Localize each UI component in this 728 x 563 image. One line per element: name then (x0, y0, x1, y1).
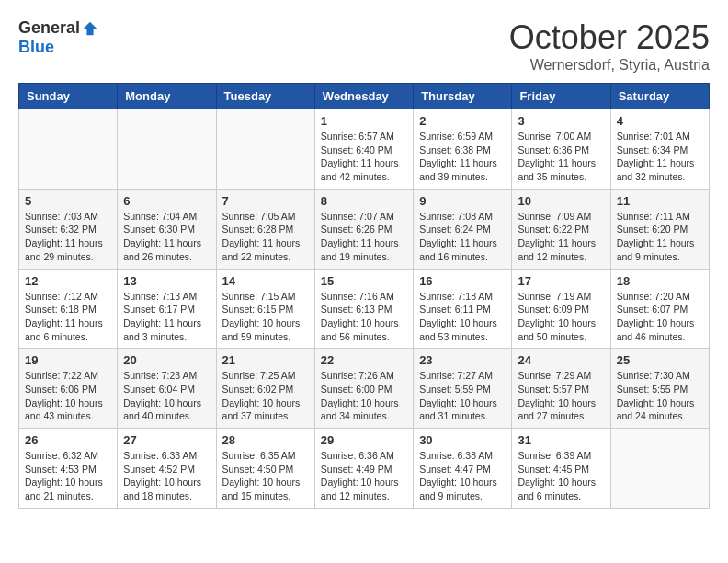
day-number: 6 (123, 194, 210, 208)
calendar-cell: 16Sunrise: 7:18 AM Sunset: 6:11 PM Dayli… (414, 269, 512, 349)
day-info: Sunrise: 6:39 AM Sunset: 4:45 PM Dayligh… (518, 449, 604, 503)
day-number: 13 (123, 274, 210, 288)
day-number: 14 (222, 274, 309, 288)
day-info: Sunrise: 7:07 AM Sunset: 6:26 PM Dayligh… (321, 210, 407, 264)
day-info: Sunrise: 7:12 AM Sunset: 6:18 PM Dayligh… (25, 290, 111, 344)
calendar-cell: 3Sunrise: 7:00 AM Sunset: 6:36 PM Daylig… (512, 109, 610, 190)
day-number: 19 (25, 353, 111, 367)
location-subtitle: Wernersdorf, Styria, Austria (509, 57, 710, 74)
day-number: 22 (321, 353, 407, 367)
day-number: 23 (419, 353, 506, 367)
day-number: 16 (419, 274, 506, 288)
day-number: 10 (518, 194, 604, 208)
calendar-cell: 27Sunrise: 6:33 AM Sunset: 4:52 PM Dayli… (118, 429, 216, 509)
day-info: Sunrise: 6:38 AM Sunset: 4:47 PM Dayligh… (419, 449, 506, 503)
calendar-week-row: 5Sunrise: 7:03 AM Sunset: 6:32 PM Daylig… (19, 189, 710, 269)
day-number: 24 (518, 353, 604, 367)
day-info: Sunrise: 6:59 AM Sunset: 6:38 PM Dayligh… (419, 130, 506, 184)
calendar-cell: 17Sunrise: 7:19 AM Sunset: 6:09 PM Dayli… (512, 269, 610, 349)
calendar-cell: 4Sunrise: 7:01 AM Sunset: 6:34 PM Daylig… (610, 109, 709, 190)
calendar-week-row: 19Sunrise: 7:22 AM Sunset: 6:06 PM Dayli… (19, 349, 710, 429)
day-info: Sunrise: 6:57 AM Sunset: 6:40 PM Dayligh… (321, 130, 407, 184)
day-info: Sunrise: 6:32 AM Sunset: 4:53 PM Dayligh… (25, 449, 111, 503)
day-number: 27 (123, 433, 210, 447)
calendar-cell (118, 109, 216, 190)
day-number: 31 (518, 433, 604, 447)
day-number: 26 (25, 433, 111, 447)
calendar-cell: 14Sunrise: 7:15 AM Sunset: 6:15 PM Dayli… (216, 269, 314, 349)
day-info: Sunrise: 7:27 AM Sunset: 5:59 PM Dayligh… (419, 369, 506, 423)
calendar-table: SundayMondayTuesdayWednesdayThursdayFrid… (18, 83, 710, 509)
weekday-header-friday: Friday (512, 84, 610, 109)
day-info: Sunrise: 7:23 AM Sunset: 6:04 PM Dayligh… (123, 369, 210, 423)
weekday-header-wednesday: Wednesday (314, 84, 413, 109)
calendar-header-row: SundayMondayTuesdayWednesdayThursdayFrid… (19, 84, 710, 109)
day-number: 21 (222, 353, 309, 367)
calendar-cell: 11Sunrise: 7:11 AM Sunset: 6:20 PM Dayli… (610, 189, 709, 269)
day-number: 30 (419, 433, 506, 447)
calendar-week-row: 12Sunrise: 7:12 AM Sunset: 6:18 PM Dayli… (19, 269, 710, 349)
calendar-cell (610, 429, 709, 509)
weekday-header-thursday: Thursday (414, 84, 512, 109)
day-number: 5 (25, 194, 111, 208)
calendar-cell: 23Sunrise: 7:27 AM Sunset: 5:59 PM Dayli… (414, 349, 512, 429)
calendar-cell: 24Sunrise: 7:29 AM Sunset: 5:57 PM Dayli… (512, 349, 610, 429)
day-info: Sunrise: 7:08 AM Sunset: 6:24 PM Dayligh… (419, 210, 506, 264)
weekday-header-monday: Monday (118, 84, 216, 109)
calendar-cell: 7Sunrise: 7:05 AM Sunset: 6:28 PM Daylig… (216, 189, 314, 269)
day-number: 7 (222, 194, 309, 208)
day-info: Sunrise: 7:29 AM Sunset: 5:57 PM Dayligh… (518, 369, 604, 423)
day-info: Sunrise: 7:20 AM Sunset: 6:07 PM Dayligh… (617, 290, 703, 344)
day-info: Sunrise: 7:13 AM Sunset: 6:17 PM Dayligh… (123, 290, 210, 344)
day-info: Sunrise: 7:26 AM Sunset: 6:00 PM Dayligh… (321, 369, 407, 423)
day-info: Sunrise: 7:01 AM Sunset: 6:34 PM Dayligh… (617, 130, 703, 184)
calendar-cell: 30Sunrise: 6:38 AM Sunset: 4:47 PM Dayli… (414, 429, 512, 509)
day-info: Sunrise: 7:00 AM Sunset: 6:36 PM Dayligh… (518, 130, 604, 184)
logo-icon (82, 20, 98, 37)
calendar-cell: 9Sunrise: 7:08 AM Sunset: 6:24 PM Daylig… (414, 189, 512, 269)
calendar-cell: 25Sunrise: 7:30 AM Sunset: 5:55 PM Dayli… (610, 349, 709, 429)
day-number: 3 (518, 114, 604, 128)
day-info: Sunrise: 7:25 AM Sunset: 6:02 PM Dayligh… (222, 369, 309, 423)
day-info: Sunrise: 7:11 AM Sunset: 6:20 PM Dayligh… (617, 210, 703, 264)
day-number: 8 (321, 194, 407, 208)
calendar-cell: 28Sunrise: 6:35 AM Sunset: 4:50 PM Dayli… (216, 429, 314, 509)
calendar-week-row: 1Sunrise: 6:57 AM Sunset: 6:40 PM Daylig… (19, 109, 710, 190)
day-info: Sunrise: 7:19 AM Sunset: 6:09 PM Dayligh… (518, 290, 604, 344)
day-info: Sunrise: 7:16 AM Sunset: 6:13 PM Dayligh… (321, 290, 407, 344)
calendar-cell: 12Sunrise: 7:12 AM Sunset: 6:18 PM Dayli… (19, 269, 118, 349)
calendar-cell: 15Sunrise: 7:16 AM Sunset: 6:13 PM Dayli… (314, 269, 413, 349)
day-info: Sunrise: 6:33 AM Sunset: 4:52 PM Dayligh… (123, 449, 210, 503)
day-info: Sunrise: 6:36 AM Sunset: 4:49 PM Dayligh… (321, 449, 407, 503)
day-info: Sunrise: 7:30 AM Sunset: 5:55 PM Dayligh… (617, 369, 703, 423)
calendar-cell (19, 109, 118, 190)
day-info: Sunrise: 7:09 AM Sunset: 6:22 PM Dayligh… (518, 210, 604, 264)
logo: General Blue (18, 18, 98, 57)
day-number: 11 (617, 194, 703, 208)
day-info: Sunrise: 6:35 AM Sunset: 4:50 PM Dayligh… (222, 449, 309, 503)
day-number: 4 (617, 114, 703, 128)
calendar-cell: 2Sunrise: 6:59 AM Sunset: 6:38 PM Daylig… (414, 109, 512, 190)
calendar-cell: 21Sunrise: 7:25 AM Sunset: 6:02 PM Dayli… (216, 349, 314, 429)
logo-blue-text: Blue (18, 38, 54, 57)
day-number: 28 (222, 433, 309, 447)
day-number: 15 (321, 274, 407, 288)
calendar-cell: 22Sunrise: 7:26 AM Sunset: 6:00 PM Dayli… (314, 349, 413, 429)
calendar-week-row: 26Sunrise: 6:32 AM Sunset: 4:53 PM Dayli… (19, 429, 710, 509)
day-number: 2 (419, 114, 506, 128)
calendar-cell (216, 109, 314, 190)
calendar-cell: 18Sunrise: 7:20 AM Sunset: 6:07 PM Dayli… (610, 269, 709, 349)
month-title: October 2025 (509, 18, 710, 57)
calendar-cell: 5Sunrise: 7:03 AM Sunset: 6:32 PM Daylig… (19, 189, 118, 269)
calendar-cell: 31Sunrise: 6:39 AM Sunset: 4:45 PM Dayli… (512, 429, 610, 509)
day-info: Sunrise: 7:18 AM Sunset: 6:11 PM Dayligh… (419, 290, 506, 344)
svg-marker-0 (84, 21, 97, 34)
day-number: 20 (123, 353, 210, 367)
day-number: 9 (419, 194, 506, 208)
day-number: 29 (321, 433, 407, 447)
day-info: Sunrise: 7:04 AM Sunset: 6:30 PM Dayligh… (123, 210, 210, 264)
day-number: 17 (518, 274, 604, 288)
day-number: 12 (25, 274, 111, 288)
weekday-header-sunday: Sunday (19, 84, 118, 109)
calendar-cell: 26Sunrise: 6:32 AM Sunset: 4:53 PM Dayli… (19, 429, 118, 509)
